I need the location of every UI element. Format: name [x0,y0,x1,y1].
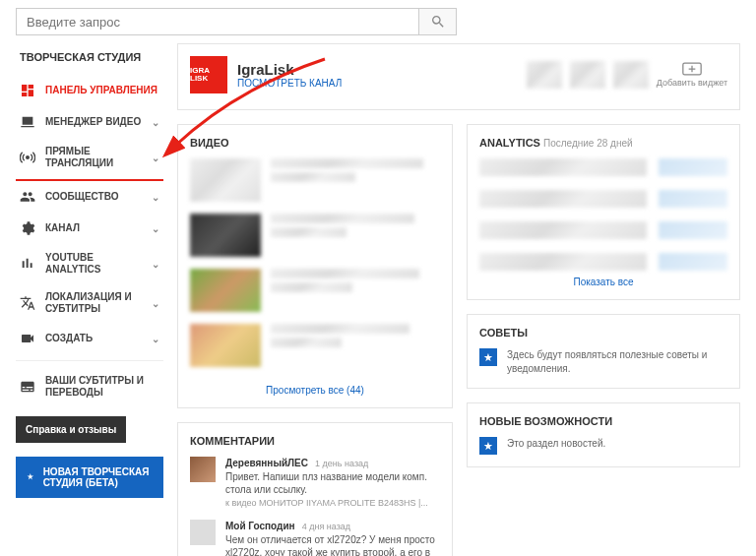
sidebar-item-channel[interactable]: КАНАЛ ⌄ [16,213,163,244]
comments-title: КОММЕНТАРИИ [190,435,440,447]
video-row[interactable] [190,214,440,257]
subtitles-icon [20,379,35,395]
tips-title: СОВЕТЫ [479,327,727,339]
sidebar-item-analytics[interactable]: YOUTUBE ANALYTICS ⌄ [16,244,163,283]
video-row[interactable] [190,269,440,312]
news-text: Это раздел новостей. [507,437,605,451]
videos-title: ВИДЕО [190,137,440,149]
sidebar-item-live[interactable]: ПРЯМЫЕ ТРАНСЛЯЦИИ ⌄ [16,138,163,181]
video-thumb [190,324,261,367]
chevron-down-icon: ⌄ [152,153,159,163]
comment-time: 4 дня назад [302,522,350,531]
add-widget-button[interactable]: Добавить виджет [657,62,727,88]
chevron-down-icon: ⌄ [152,334,159,344]
chevron-down-icon: ⌄ [152,298,159,309]
star-icon: ★ [479,437,497,455]
sidebar: ТВОРЧЕСКАЯ СТУДИЯ ПАНЕЛЬ УПРАВЛЕНИЯ МЕНЕ… [16,43,163,556]
video-thumb [190,214,261,257]
sidebar-item-video-manager[interactable]: МЕНЕДЖЕР ВИДЕО ⌄ [16,106,163,138]
sidebar-item-dashboard[interactable]: ПАНЕЛЬ УПРАВЛЕНИЯ [16,75,163,106]
analytics-icon [20,256,35,272]
sidebar-item-localization[interactable]: ЛОКАЛИЗАЦИЯ И СУБТИТРЫ ⌄ [16,283,163,323]
comment-row[interactable]: Мой Господин 4 дня назад Чем он отличает… [190,520,440,556]
tip-text: Здесь будут появляться полезные советы и… [507,348,727,376]
gear-icon [20,220,35,236]
star-icon: ★ [479,348,497,366]
comment-text: Чем он отличается от xl2720z? У меня про… [225,533,440,556]
news-title: НОВЫЕ ВОЗМОЖНОСТИ [479,415,727,427]
video-row[interactable] [190,324,440,367]
comment-author: ДеревянныйЛЕС [225,458,308,468]
search-input[interactable] [16,8,419,35]
create-icon [20,331,35,346]
video-icon [20,114,35,130]
svg-point-0 [26,155,30,159]
news-card: НОВЫЕ ВОЗМОЖНОСТИ ★ Это раздел новостей. [467,402,740,467]
search-button[interactable] [419,8,457,35]
comment-time: 1 день назад [315,459,368,468]
sidebar-item-your-subtitles[interactable]: ВАШИ СУБТИТРЫ И ПЕРЕВОДЫ [16,367,163,406]
channel-header-card: IGRA LISK IgraLisk ПОСМОТРЕТЬ КАНАЛ Доба… [177,43,740,110]
new-studio-button[interactable]: НОВАЯ ТВОРЧЕСКАЯ СТУДИЯ (БЕТА) [16,457,163,498]
new-studio-icon [26,469,35,485]
analytics-title: ANALYTICS Последние 28 дней [479,137,727,149]
chevron-down-icon: ⌄ [152,259,159,270]
sidebar-item-community[interactable]: СООБЩЕСТВО ⌄ [16,181,163,213]
comment-text: Привет. Напиши плз название модели комп.… [225,470,440,496]
avatar [190,457,216,482]
video-thumb [190,269,261,312]
translate-icon [20,295,35,311]
comments-card: КОММЕНТАРИИ ДеревянныйЛЕС 1 день назад П… [177,422,453,556]
dashboard-icon [20,83,35,98]
sidebar-title: ТВОРЧЕСКАЯ СТУДИЯ [16,43,163,75]
header-thumb [570,61,605,89]
view-channel-link[interactable]: ПОСМОТРЕТЬ КАНАЛ [237,78,342,89]
analytics-show-all-link[interactable]: Показать все [479,271,727,287]
community-icon [20,189,35,205]
avatar [190,520,216,545]
widget-icon [682,62,702,76]
comment-author: Мой Господин [225,521,295,531]
video-row[interactable] [190,158,440,202]
comment-row[interactable]: ДеревянныйЛЕС 1 день назад Привет. Напиш… [190,457,440,508]
video-thumb [190,158,261,202]
chevron-down-icon: ⌄ [152,223,159,234]
header-thumb [613,61,649,89]
videos-card: ВИДЕО [177,124,453,408]
chevron-down-icon: ⌄ [152,192,159,203]
comment-ref: к видео МОНИТОР IIYAMA PROLITE B2483HS |… [225,498,440,508]
header-thumb [527,61,562,89]
live-icon [20,150,35,165]
tips-card: СОВЕТЫ ★ Здесь будут появляться полезные… [467,314,740,389]
sidebar-item-create[interactable]: СОЗДАТЬ ⌄ [16,323,163,354]
channel-name: IgraLisk [237,61,342,78]
search-icon [430,14,446,30]
chevron-down-icon: ⌄ [152,117,159,128]
channel-logo: IGRA LISK [190,56,227,93]
feedback-button[interactable]: Справка и отзывы [16,416,126,443]
analytics-card: ANALYTICS Последние 28 дней Показать все [467,124,740,300]
view-all-videos-link[interactable]: Просмотреть все (44) [190,379,440,396]
